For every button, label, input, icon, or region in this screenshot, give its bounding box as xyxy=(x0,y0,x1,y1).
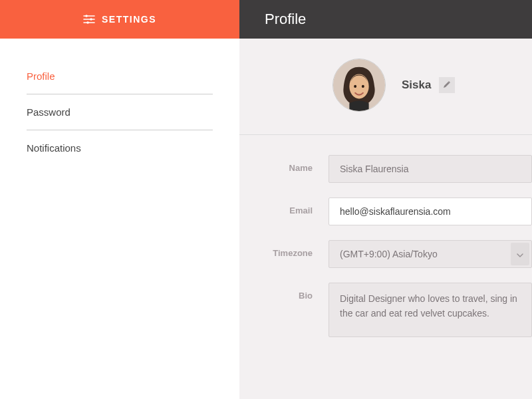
svg-point-8 xyxy=(354,85,356,88)
nav-item-profile[interactable]: Profile xyxy=(27,59,213,94)
form-row-timezone: Timezone (GMT+9:00) Asia/Tokyo xyxy=(265,240,532,268)
svg-point-5 xyxy=(86,21,89,24)
pencil-icon xyxy=(443,80,451,90)
sliders-icon xyxy=(83,15,95,24)
email-input[interactable] xyxy=(329,198,532,225)
main-header: Profile xyxy=(239,0,532,39)
bio-textarea[interactable] xyxy=(329,283,532,337)
name-label: Name xyxy=(265,155,329,173)
profile-display-name: Siska xyxy=(402,78,431,92)
chevron-down-icon xyxy=(517,248,523,260)
svg-point-9 xyxy=(362,85,364,88)
timezone-dropdown-button[interactable] xyxy=(511,243,529,265)
edit-name-button[interactable] xyxy=(439,77,455,93)
form-row-bio: Bio xyxy=(265,283,532,340)
form-row-name: Name xyxy=(265,155,532,183)
bio-label: Bio xyxy=(265,283,329,301)
sidebar-title: SETTINGS xyxy=(102,14,156,25)
profile-summary: Siska xyxy=(239,39,532,135)
sidebar-header: SETTINGS xyxy=(0,0,239,39)
sidebar-nav: Profile Password Notifications xyxy=(0,39,239,166)
form-row-email: Email xyxy=(265,198,532,225)
svg-point-4 xyxy=(90,18,92,21)
svg-point-3 xyxy=(85,15,88,17)
page-title: Profile xyxy=(265,11,306,28)
sidebar: SETTINGS Profile Password Notifications xyxy=(0,0,239,399)
profile-form: Name Email Timezone (GMT+9:00) Asia/Toky… xyxy=(239,135,532,354)
email-label: Email xyxy=(265,198,329,215)
nav-item-password[interactable]: Password xyxy=(27,94,213,130)
name-input[interactable] xyxy=(329,155,532,183)
avatar xyxy=(332,59,386,112)
timezone-label: Timezone xyxy=(265,240,329,258)
nav-item-notifications[interactable]: Notifications xyxy=(27,130,213,166)
profile-name-row: Siska xyxy=(402,77,455,93)
main-panel: Profile Siska xyxy=(239,0,532,399)
timezone-select[interactable]: (GMT+9:00) Asia/Tokyo xyxy=(329,240,532,268)
